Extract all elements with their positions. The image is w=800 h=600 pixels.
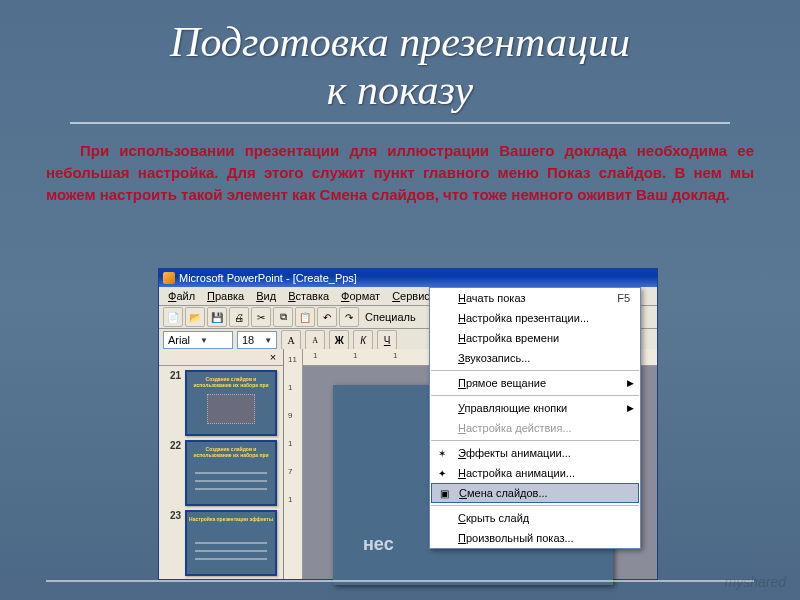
menu-Вставка[interactable]: Вставка — [283, 289, 334, 303]
vertical-ruler: 1119171 — [284, 349, 303, 579]
thumbnail-list: 21Создание слайдов и использование их на… — [159, 366, 283, 579]
menu-item-label: Начать показ — [458, 292, 525, 304]
open-icon[interactable]: 📂 — [185, 307, 205, 327]
menu-separator — [431, 505, 639, 506]
menu-item[interactable]: Начать показF5 — [430, 288, 640, 308]
menu-Файл[interactable]: Файл — [163, 289, 200, 303]
outline-pane[interactable]: × 21Создание слайдов и использование их … — [159, 349, 284, 579]
thumb-row[interactable]: 22Создание слайдов и использование их на… — [163, 440, 279, 506]
grow-font-icon[interactable]: A — [281, 330, 301, 350]
print-icon[interactable]: 🖨 — [229, 307, 249, 327]
copy-icon[interactable]: ⧉ — [273, 307, 293, 327]
menu-Формат[interactable]: Формат — [336, 289, 385, 303]
slide-title: Подготовка презентации к показу — [0, 0, 800, 122]
menu-separator — [431, 440, 639, 441]
menu-item-label: Прямое вещание — [458, 377, 546, 389]
menu-shortcut: F5 — [617, 292, 630, 304]
menu-item[interactable]: Настройка презентации... — [430, 308, 640, 328]
menu-item-label: Звукозапись... — [458, 352, 530, 364]
new-icon[interactable]: 📄 — [163, 307, 183, 327]
menu-item-label: Эффекты анимации... — [458, 447, 571, 459]
footer-rule — [46, 580, 754, 582]
menu-item[interactable]: Управляющие кнопки▶ — [430, 398, 640, 418]
menu-item[interactable]: ✦Настройка анимации... — [430, 463, 640, 483]
italic-button[interactable]: К — [353, 330, 373, 350]
slide-text-fragment: нес — [363, 534, 394, 555]
font-size-combo[interactable]: 18▼ — [237, 331, 277, 349]
font-name-combo[interactable]: Arial▼ — [163, 331, 233, 349]
menu-item[interactable]: Произвольный показ... — [430, 528, 640, 548]
submenu-arrow-icon: ▶ — [627, 403, 634, 413]
thumb-preview[interactable]: Настройка презентации эффекты — [185, 510, 277, 576]
app-icon — [163, 272, 175, 284]
menu-item-label: Управляющие кнопки — [458, 402, 567, 414]
titlebar: Microsoft PowerPoint - [Create_Pps] — [159, 269, 657, 287]
paste-icon[interactable]: 📋 — [295, 307, 315, 327]
menu-item[interactable]: Настройка времени — [430, 328, 640, 348]
slideshow-menu-dropdown[interactable]: Начать показF5Настройка презентации...На… — [429, 287, 641, 549]
thumb-preview[interactable]: Создание слайдов и использование их набо… — [185, 370, 277, 436]
menu-item-label: Настройка действия... — [458, 422, 572, 434]
thumb-number: 21 — [163, 370, 181, 436]
menu-item-label: Произвольный показ... — [458, 532, 574, 544]
menu-item-label: Смена слайдов... — [459, 487, 548, 499]
redo-icon[interactable]: ↷ — [339, 307, 359, 327]
powerpoint-window: Microsoft PowerPoint - [Create_Pps] Файл… — [158, 268, 658, 580]
menu-item-label: Настройка презентации... — [458, 312, 589, 324]
thumb-number: 23 — [163, 510, 181, 576]
menu-Вид[interactable]: Вид — [251, 289, 281, 303]
body-paragraph: При использовании презентации для иллюст… — [0, 140, 800, 215]
menu-item: Настройка действия... — [430, 418, 640, 438]
menu-item-icon: ▣ — [436, 485, 452, 501]
thumb-row[interactable]: 21Создание слайдов и использование их на… — [163, 370, 279, 436]
thumb-number: 22 — [163, 440, 181, 506]
title-underline — [70, 122, 730, 124]
menu-item[interactable]: ✶Эффекты анимации... — [430, 443, 640, 463]
menu-item[interactable]: ▣Смена слайдов... — [431, 483, 639, 503]
menu-Сервис[interactable]: Сервис — [387, 289, 435, 303]
thumb-row[interactable]: 23Настройка презентации эффекты — [163, 510, 279, 576]
watermark: myshared — [725, 574, 786, 590]
save-icon[interactable]: 💾 — [207, 307, 227, 327]
menu-item-icon: ✶ — [434, 445, 450, 461]
menu-item-icon: ✦ — [434, 465, 450, 481]
thumb-preview[interactable]: Создание слайдов и использование их набо… — [185, 440, 277, 506]
shrink-font-icon[interactable]: A — [305, 330, 325, 350]
menu-item-label: Настройка анимации... — [458, 467, 575, 479]
underline-button[interactable]: Ч — [377, 330, 397, 350]
titlebar-text: Microsoft PowerPoint - [Create_Pps] — [179, 272, 357, 284]
menu-item[interactable]: Звукозапись... — [430, 348, 640, 368]
undo-icon[interactable]: ↶ — [317, 307, 337, 327]
menu-item-label: Скрыть слайд — [458, 512, 529, 524]
menu-item[interactable]: Прямое вещание▶ — [430, 373, 640, 393]
menu-Правка[interactable]: Правка — [202, 289, 249, 303]
submenu-arrow-icon: ▶ — [627, 378, 634, 388]
bold-button[interactable]: Ж — [329, 330, 349, 350]
toolbar-special-label[interactable]: Специаль — [365, 311, 416, 323]
cut-icon[interactable]: ✂ — [251, 307, 271, 327]
menu-item[interactable]: Скрыть слайд — [430, 508, 640, 528]
close-icon[interactable]: × — [267, 351, 279, 363]
menu-item-label: Настройка времени — [458, 332, 559, 344]
menu-separator — [431, 370, 639, 371]
menu-separator — [431, 395, 639, 396]
